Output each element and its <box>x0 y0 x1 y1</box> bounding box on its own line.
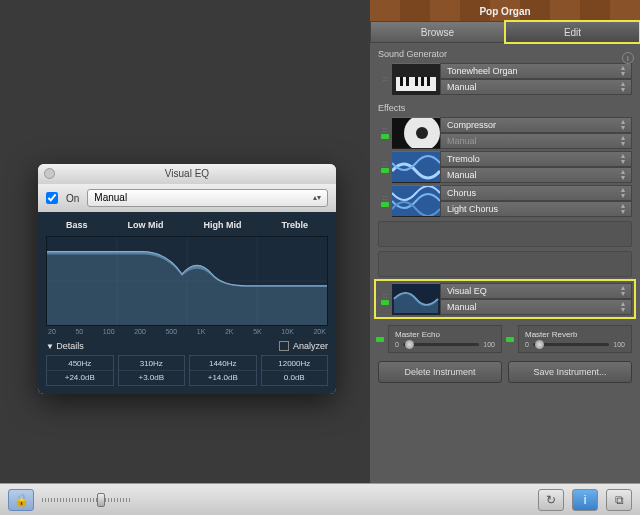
generator-preset-dropdown[interactable]: Manual▴▾ <box>440 79 632 95</box>
slot-handle[interactable]: :: <box>378 117 392 149</box>
effect-thumb[interactable] <box>392 151 440 183</box>
effect-name-dropdown[interactable]: Tremolo▴▾ <box>440 151 632 167</box>
eq-body: Bass Low Mid High Mid Treble 20501002005… <box>38 212 336 394</box>
visual-eq-slot-highlight: :: Visual EQ▴▾ Manual▴▾ <box>376 281 634 317</box>
eq-details-toggle[interactable]: Details <box>46 341 84 351</box>
effect-slot: :: Tremolo▴▾ Manual▴▾ <box>378 151 632 183</box>
master-echo: Master Echo 0100 <box>388 325 502 353</box>
tab-edit[interactable]: Edit <box>505 21 640 43</box>
eq-band-headers: Bass Low Mid High Mid Treble <box>46 220 328 230</box>
visual-eq-name-dropdown[interactable]: Visual EQ▴▾ <box>440 283 632 299</box>
sound-generator-label: Sound Generator <box>370 43 640 61</box>
generator-slot: :: Tonewheel Organ▴▾ Manual▴▾ <box>378 63 632 95</box>
master-echo-slider[interactable]: 0100 <box>395 341 495 348</box>
effect-preset-dropdown[interactable]: Light Chorus▴▾ <box>440 201 632 217</box>
lock-icon: 🔒 <box>14 493 29 507</box>
master-echo-led[interactable] <box>376 337 384 342</box>
media-icon: ⧉ <box>615 493 624 507</box>
slot-handle[interactable]: :: <box>378 63 392 95</box>
eq-x-labels: 20501002005001K2K5K10K20K <box>46 328 328 335</box>
effect-slot: :: Chorus▴▾ Light Chorus▴▾ <box>378 185 632 217</box>
slot-handle[interactable]: :: <box>378 283 392 315</box>
master-reverb-led[interactable] <box>506 337 514 342</box>
loop-button[interactable]: ↻ <box>538 489 564 511</box>
media-button[interactable]: ⧉ <box>606 489 632 511</box>
svg-rect-10 <box>427 77 430 86</box>
generator-thumb[interactable] <box>392 63 440 95</box>
svg-rect-9 <box>421 77 424 86</box>
eq-band-cell[interactable]: 1440Hz+14.0dB <box>189 355 257 386</box>
tab-browse[interactable]: Browse <box>370 21 505 43</box>
effects-label: Effects <box>370 97 640 115</box>
visual-eq-window: Visual EQ On Manual ▴▾ Bass Low Mid High… <box>38 164 336 394</box>
delete-instrument-button[interactable]: Delete Instrument <box>378 361 502 383</box>
inspector-panel: Pop Organ Browse Edit i Sound Generator … <box>370 0 640 483</box>
close-icon[interactable] <box>44 168 55 179</box>
effect-thumb[interactable] <box>392 117 440 149</box>
info-icon: i <box>584 493 587 507</box>
eq-toolbar: On Manual ▴▾ <box>38 184 336 212</box>
empty-effect-slot[interactable] <box>378 221 632 247</box>
effect-preset-dropdown[interactable]: Manual▴▾ <box>440 133 632 149</box>
empty-effect-slot[interactable] <box>378 251 632 277</box>
visual-eq-thumb[interactable] <box>392 283 440 315</box>
loop-icon: ↻ <box>546 493 556 507</box>
effect-preset-dropdown[interactable]: Manual▴▾ <box>440 167 632 183</box>
eq-on-checkbox[interactable] <box>46 192 58 204</box>
svg-rect-6 <box>400 77 403 86</box>
bottom-toolbar: 🔒 ↻ i ⧉ <box>0 483 640 515</box>
eq-graph[interactable] <box>46 236 328 326</box>
svg-point-13 <box>416 127 428 139</box>
slot-handle[interactable]: :: <box>378 151 392 183</box>
eq-analyzer-checkbox[interactable]: Analyzer <box>279 341 328 351</box>
master-reverb-slider[interactable]: 0100 <box>525 341 625 348</box>
svg-rect-8 <box>415 77 418 86</box>
effect-name-dropdown[interactable]: Compressor▴▾ <box>440 117 632 133</box>
eq-value-grid: 450Hz+24.0dB 310Hz+3.0dB 1440Hz+14.0dB 1… <box>46 355 328 386</box>
generator-name-dropdown[interactable]: Tonewheel Organ▴▾ <box>440 63 632 79</box>
eq-title: Visual EQ <box>165 168 209 179</box>
visual-eq-slot: :: Visual EQ▴▾ Manual▴▾ <box>378 283 632 315</box>
track-name: Pop Organ <box>370 6 640 17</box>
master-row: Master Echo 0100 Master Reverb 0100 <box>378 325 632 353</box>
instrument-buttons: Delete Instrument Save Instrument... <box>378 361 632 383</box>
inspector-tabs: Browse Edit <box>370 21 640 43</box>
effect-slot: :: Compressor▴▾ Manual▴▾ <box>378 117 632 149</box>
slot-handle[interactable]: :: <box>378 185 392 217</box>
effect-name-dropdown[interactable]: Chorus▴▾ <box>440 185 632 201</box>
info-icon[interactable]: i <box>622 52 634 64</box>
svg-rect-7 <box>406 77 409 86</box>
volume-slider[interactable] <box>42 495 132 505</box>
info-button[interactable]: i <box>572 489 598 511</box>
eq-band-cell[interactable]: 310Hz+3.0dB <box>118 355 186 386</box>
effect-thumb[interactable] <box>392 185 440 217</box>
eq-preset-dropdown[interactable]: Manual ▴▾ <box>87 189 328 207</box>
chevron-updown-icon: ▴▾ <box>313 190 321 206</box>
eq-titlebar[interactable]: Visual EQ <box>38 164 336 184</box>
save-instrument-button[interactable]: Save Instrument... <box>508 361 632 383</box>
lock-button[interactable]: 🔒 <box>8 489 34 511</box>
eq-band-cell[interactable]: 450Hz+24.0dB <box>46 355 114 386</box>
master-reverb: Master Reverb 0100 <box>518 325 632 353</box>
visual-eq-preset-dropdown[interactable]: Manual▴▾ <box>440 299 632 315</box>
eq-on-label: On <box>66 193 79 204</box>
eq-band-cell[interactable]: 12000Hz0.0dB <box>261 355 329 386</box>
